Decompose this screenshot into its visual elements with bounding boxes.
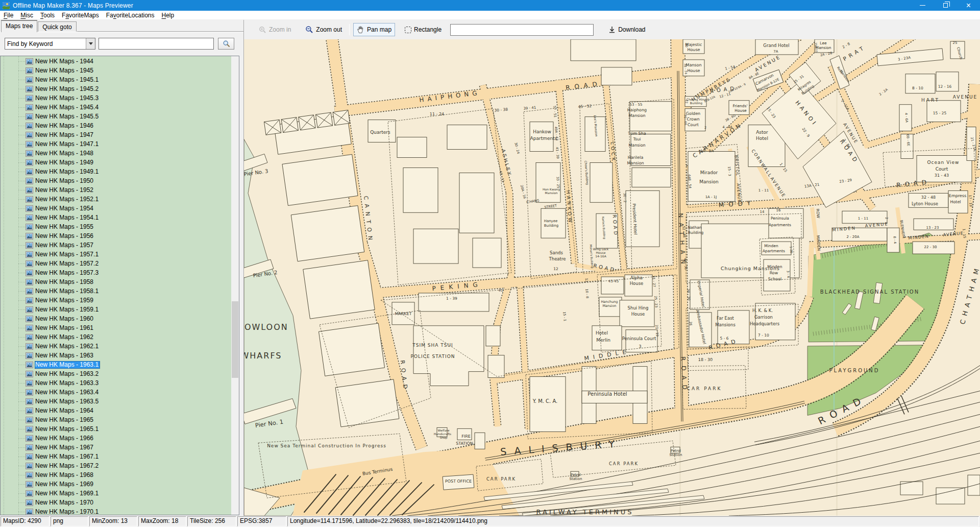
search-button[interactable] — [218, 38, 234, 50]
combobox-dropdown-button[interactable] — [86, 38, 95, 49]
tree-item[interactable]: New HK Maps - 1958.1 — [1, 286, 231, 296]
tree-item[interactable]: New HK Maps - 1967 — [1, 443, 231, 452]
tree-item[interactable]: New HK Maps - 1945.3 — [1, 93, 231, 103]
menu-item-misc[interactable]: Misc — [17, 11, 37, 19]
tree-item[interactable]: New HK Maps - 1963.2 — [1, 369, 231, 378]
tree-item[interactable]: New HK Maps - 1956 — [1, 231, 231, 241]
tree-item[interactable]: New HK Maps - 1963.1 — [1, 360, 231, 369]
tree-item[interactable]: New HK Maps - 1945.2 — [1, 84, 231, 93]
restore-button[interactable] — [934, 0, 957, 11]
tree-item[interactable]: New HK Maps - 1944 — [1, 57, 231, 66]
tree-item[interactable]: New HK Maps - 1954 — [1, 204, 231, 213]
tree-item-label: New HK Maps - 1944 — [35, 58, 95, 65]
map-image-icon — [26, 444, 33, 451]
tree-connector — [18, 291, 25, 292]
tree-item[interactable]: New HK Maps - 1960 — [1, 314, 231, 323]
tree-item[interactable]: New HK Maps - 1959.1 — [1, 305, 231, 314]
menu-item-file[interactable]: File — [0, 11, 17, 19]
tree-item[interactable]: New HK Maps - 1964 — [1, 406, 231, 415]
tree-item-label: New HK Maps - 1959 — [35, 297, 95, 304]
tree-item[interactable]: New HK Maps - 1957.1 — [1, 250, 231, 259]
zoom-out-button[interactable]: Zoom out — [302, 23, 346, 36]
menu-item-favoritemaps[interactable]: FavoriteMaps — [58, 11, 103, 19]
map-label: 41 — [499, 289, 503, 293]
tree-item[interactable]: New HK Maps - 1950 — [1, 176, 231, 185]
tree-item[interactable]: New HK Maps - 1949.1 — [1, 167, 231, 176]
menu-item-favoritelocations[interactable]: FavoriteLocations — [103, 11, 158, 19]
coordinates-input[interactable] — [450, 24, 594, 36]
map-label: Welfare — [438, 428, 450, 432]
find-mode-combobox[interactable]: Find by Keyword — [5, 38, 95, 50]
tab-maps-tree[interactable]: Maps tree — [1, 20, 37, 32]
tree-item[interactable]: New HK Maps - 1945.5 — [1, 112, 231, 121]
map-label: Far East — [717, 316, 734, 321]
tree-item-label: New HK Maps - 1965 — [35, 416, 95, 424]
tree-item[interactable]: New HK Maps - 1952.1 — [1, 195, 231, 204]
keyword-input[interactable] — [99, 38, 214, 50]
tree-item[interactable]: New HK Maps - 1957.3 — [1, 268, 231, 277]
map-label: 12 - 16 — [938, 84, 952, 89]
menu-item-tools[interactable]: Tools — [37, 11, 58, 19]
tree-item[interactable]: New HK Maps - 1965.1 — [1, 424, 231, 434]
tree-item[interactable]: New HK Maps - 1945 — [1, 66, 231, 75]
tree-item-label: New HK Maps - 1945.2 — [35, 85, 100, 93]
tree-item[interactable]: New HK Maps - 1970.1 — [1, 507, 231, 515]
tree-item[interactable]: New HK Maps - 1947 — [1, 130, 231, 139]
tree-item[interactable]: New HK Maps - 1945.4 — [1, 103, 231, 112]
tree-item[interactable]: New HK Maps - 1947.1 — [1, 139, 231, 149]
zoom-in-button[interactable]: Zoom in — [255, 23, 295, 36]
map-canvas[interactable]: HAIPHONGROADROADCANTONROADASHLEYHANKOWRO… — [244, 39, 980, 516]
tab-quick-goto[interactable]: Quick goto — [38, 21, 76, 32]
menu-item-help[interactable]: Help — [158, 11, 178, 19]
tree-item[interactable]: New HK Maps - 1945.1 — [1, 75, 231, 84]
tree-connector — [18, 447, 25, 448]
tree-item[interactable]: New HK Maps - 1969.1 — [1, 489, 231, 498]
tree-connector — [18, 502, 25, 503]
map-label: Nathan — [688, 225, 701, 230]
tree-item[interactable]: New HK Maps - 1962.1 — [1, 342, 231, 351]
tree-item[interactable]: New HK Maps - 1961 — [1, 323, 231, 332]
minimize-button[interactable] — [911, 0, 934, 11]
tree-item[interactable]: New HK Maps - 1952 — [1, 185, 231, 195]
tree-item[interactable]: New HK Maps - 1967.2 — [1, 461, 231, 470]
map-image-icon — [26, 187, 33, 194]
tree-item[interactable]: New HK Maps - 1962 — [1, 332, 231, 342]
tree-item[interactable]: New HK Maps - 1966 — [1, 434, 231, 443]
tree-item[interactable]: New HK Maps - 1968 — [1, 470, 231, 480]
rectangle-button[interactable]: Rectangle — [401, 23, 445, 36]
tree-item[interactable]: New HK Maps - 1957.2 — [1, 259, 231, 268]
map-label: Mansion — [628, 143, 645, 148]
tree-item[interactable]: New HK Maps - 1967.1 — [1, 452, 231, 461]
tree-scrollbar-thumb[interactable] — [232, 301, 238, 378]
map-label: Shop — [439, 436, 447, 440]
tree-item[interactable]: New HK Maps - 1949 — [1, 158, 231, 167]
tree-item[interactable]: New HK Maps - 1955 — [1, 222, 231, 231]
tree-item[interactable]: New HK Maps - 1963.3 — [1, 378, 231, 388]
tree-item[interactable]: New HK Maps - 1963.5 — [1, 397, 231, 406]
tree-item[interactable]: New HK Maps - 1957 — [1, 241, 231, 250]
map-label: 11 - 24 — [430, 112, 444, 116]
tree-connector — [18, 346, 25, 347]
tree-scrollbar[interactable] — [231, 56, 239, 515]
tree-item[interactable]: New HK Maps - 1959 — [1, 296, 231, 305]
tree-item[interactable]: New HK Maps - 1963 — [1, 351, 231, 360]
download-button[interactable]: Download — [605, 23, 649, 36]
tree-item[interactable]: New HK Maps - 1965 — [1, 415, 231, 424]
map-viewport[interactable]: HAIPHONGROADROADCANTONROADASHLEYHANKOWRO… — [244, 39, 980, 516]
tree-item[interactable]: New HK Maps - 1969 — [1, 480, 231, 489]
tree-item-label: New HK Maps - 1970.1 — [35, 508, 100, 515]
map-label: Petrol — [671, 449, 681, 453]
map-label: ROW — [815, 209, 820, 219]
tree-item[interactable]: New HK Maps - 1946 — [1, 121, 231, 130]
tree-connector — [18, 254, 25, 255]
pan-map-button[interactable]: Pan map — [353, 23, 395, 36]
tree-item[interactable]: New HK Maps - 1954.1 — [1, 213, 231, 222]
zoom-in-icon — [259, 26, 266, 34]
tree-item[interactable]: New HK Maps - 1948 — [1, 149, 231, 158]
close-button[interactable] — [957, 0, 980, 11]
maps-tree-viewport[interactable]: New HK Maps - 1944 New HK Maps - 1945 Ne… — [1, 56, 231, 515]
tree-item[interactable]: New HK Maps - 1958 — [1, 277, 231, 286]
tree-item[interactable]: New HK Maps - 1963.4 — [1, 388, 231, 397]
map-image-icon — [26, 214, 33, 221]
tree-item[interactable]: New HK Maps - 1970 — [1, 498, 231, 507]
